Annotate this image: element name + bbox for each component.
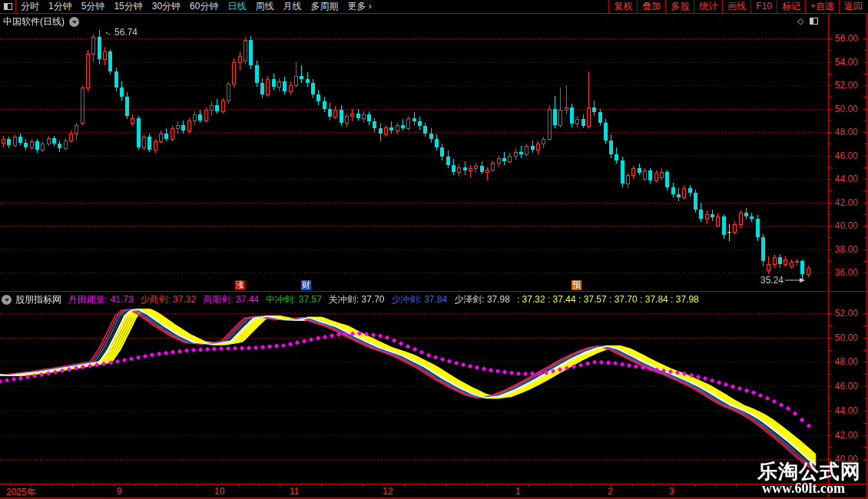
x-axis-tick bbox=[300, 484, 301, 487]
window-split-icon bbox=[4, 3, 12, 10]
indicator-dropdown-icon[interactable] bbox=[2, 295, 12, 305]
y-axis-tick bbox=[829, 132, 832, 133]
low-arrow-icon bbox=[785, 277, 805, 283]
y-axis-tick bbox=[863, 273, 866, 273]
y-axis-label: 48.00 bbox=[835, 356, 858, 367]
y-axis-tick bbox=[863, 38, 866, 39]
toolbar-item-日线[interactable]: 日线 bbox=[223, 0, 250, 13]
y-axis-tick bbox=[863, 250, 866, 250]
x-axis-tick bbox=[321, 484, 322, 487]
y-axis-tick bbox=[863, 190, 866, 191]
y-axis-label: 42.00 bbox=[835, 430, 858, 441]
event-marker-涨[interactable]: 涨 bbox=[235, 280, 245, 290]
y-axis-label: 40.00 bbox=[835, 220, 858, 231]
date-axis[interactable]: 2025年 9101112123 bbox=[0, 484, 868, 498]
diamond-icon[interactable]: ◇ bbox=[797, 17, 803, 25]
main-chart-canvas[interactable] bbox=[0, 29, 828, 292]
indicator-field-商阳剑: 商阳剑: 37.44 bbox=[203, 294, 259, 305]
y-axis-tick bbox=[863, 398, 866, 399]
x-axis-tick bbox=[549, 484, 550, 487]
toolbar-item-1分钟[interactable]: 1分钟 bbox=[44, 0, 77, 13]
y-axis-tick bbox=[863, 226, 866, 226]
toolbar-item-15分钟[interactable]: 15分钟 bbox=[109, 0, 147, 13]
y-axis-tick bbox=[863, 109, 866, 110]
y-axis-tick bbox=[863, 167, 866, 168]
y-axis-tick bbox=[863, 447, 866, 448]
toolbar-item-画线[interactable]: 画线 bbox=[722, 0, 750, 13]
x-axis-label-11: 11 bbox=[290, 486, 299, 497]
window-layout-icon[interactable] bbox=[810, 18, 818, 25]
x-axis-tick bbox=[632, 484, 633, 487]
x-axis-tick bbox=[528, 484, 529, 487]
x-axis-tick bbox=[238, 484, 239, 487]
toolbar-item-分时[interactable]: 分时 bbox=[16, 0, 44, 13]
x-axis-tick bbox=[51, 484, 52, 487]
indicator-field-少商剑: 少商剑: 37.32 bbox=[141, 294, 197, 305]
y-axis-label: 50.00 bbox=[835, 104, 858, 114]
y-axis-tick bbox=[863, 203, 866, 203]
x-axis-tick bbox=[363, 484, 363, 487]
x-axis-tick bbox=[570, 484, 571, 487]
window-split-button[interactable] bbox=[0, 0, 16, 13]
y-axis-tick bbox=[863, 85, 866, 86]
y-axis-tick bbox=[829, 179, 832, 180]
toolbar-item-返回[interactable]: 返回 bbox=[839, 0, 867, 13]
event-marker-预[interactable]: 预 bbox=[571, 280, 581, 290]
toolbar-item-60分钟[interactable]: 60分钟 bbox=[185, 0, 223, 13]
toolbar-item-30分钟[interactable]: 30分钟 bbox=[147, 0, 185, 13]
y-axis-tick bbox=[829, 411, 832, 411]
toolbar-item-标记[interactable]: 标记 bbox=[777, 0, 805, 13]
y-axis-label: 56.00 bbox=[835, 33, 858, 44]
y-axis-tick bbox=[863, 62, 866, 63]
app-window: 分时1分钟5分钟15分钟30分钟60分钟日线周线月线多周期更多 › 复权叠加多股… bbox=[0, 0, 868, 499]
toolbar-item-多股[interactable]: 多股 bbox=[665, 0, 694, 13]
x-axis-tick bbox=[197, 484, 197, 487]
y-axis-tick bbox=[863, 132, 866, 133]
x-axis-tick bbox=[487, 484, 488, 487]
toolbar-item-周线[interactable]: 周线 bbox=[250, 0, 278, 13]
toolbar-item-统计[interactable]: 统计 bbox=[694, 0, 722, 13]
y-axis-label: 48.00 bbox=[835, 127, 858, 137]
x-axis-tick bbox=[342, 484, 343, 487]
title-right-icons: ◇ bbox=[797, 17, 818, 25]
toolbar-item-多周期[interactable]: 多周期 bbox=[306, 0, 343, 13]
y-axis-tick bbox=[863, 237, 866, 238]
x-axis-tick bbox=[114, 484, 114, 487]
y-axis-tick bbox=[829, 386, 832, 387]
indicator-field-少冲剑: 少冲剑: 37.84 bbox=[392, 294, 448, 305]
y-axis-tick bbox=[829, 190, 832, 191]
toolbar-item-叠加[interactable]: 叠加 bbox=[637, 0, 665, 13]
y-axis-label: 44.00 bbox=[835, 173, 858, 184]
x-axis-tick bbox=[93, 484, 94, 487]
toolbar-item-月线[interactable]: 月线 bbox=[278, 0, 306, 13]
y-axis-tick bbox=[863, 121, 866, 121]
y-axis-tick bbox=[863, 374, 866, 375]
x-axis-tick bbox=[508, 484, 509, 487]
x-axis-tick bbox=[446, 484, 446, 487]
y-axis-tick bbox=[829, 362, 832, 362]
toolbar-item-更多 ›[interactable]: 更多 › bbox=[343, 0, 376, 13]
y-axis-tick bbox=[829, 350, 832, 351]
y-axis-tick bbox=[863, 435, 866, 436]
y-axis-tick bbox=[829, 85, 832, 86]
x-axis-label-9: 9 bbox=[117, 486, 122, 497]
y-axis-label: 52.00 bbox=[835, 308, 858, 319]
y-axis-tick bbox=[829, 435, 832, 436]
y-axis-tick bbox=[863, 362, 866, 362]
toolbar-item-5分钟[interactable]: 5分钟 bbox=[77, 0, 110, 13]
indicator-chart-canvas[interactable] bbox=[0, 307, 828, 484]
toolbar-item-+自选[interactable]: +自选 bbox=[805, 0, 839, 13]
title-dropdown-icon[interactable] bbox=[69, 17, 79, 27]
y-axis-tick bbox=[829, 398, 832, 399]
event-marker-财[interactable]: 财 bbox=[301, 280, 311, 290]
x-axis-tick bbox=[591, 484, 591, 487]
x-axis-label-10: 10 bbox=[214, 486, 224, 497]
toolbar-item-F10[interactable]: F10 bbox=[750, 0, 777, 13]
indicator-fields: 丹田能量: 41.73少商剑: 37.32商阳剑: 37.44中冲剑: 37.5… bbox=[68, 293, 517, 306]
y-axis-tick bbox=[829, 50, 832, 51]
y-axis-tick bbox=[863, 179, 866, 180]
indicator-field-关冲剑: 关冲剑: 37.70 bbox=[329, 294, 385, 305]
x-axis-tick bbox=[653, 484, 654, 487]
x-axis-tick bbox=[134, 484, 135, 487]
toolbar-item-复权[interactable]: 复权 bbox=[608, 0, 637, 13]
